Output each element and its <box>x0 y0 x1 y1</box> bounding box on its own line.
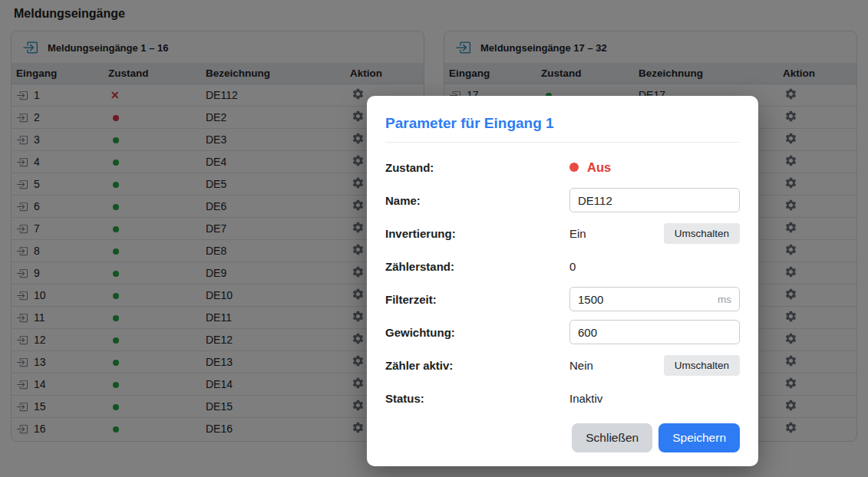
divider <box>385 142 740 143</box>
field-row-gewichtung: Gewichtung: <box>385 320 740 344</box>
modal-actions: Schließen Speichern <box>385 423 740 452</box>
name-input[interactable] <box>569 188 740 212</box>
field-label: Filterzeit: <box>385 293 569 306</box>
field-row-zustand: Zustand: Aus <box>385 155 740 179</box>
field-label: Invertierung: <box>385 227 569 240</box>
state-dot-icon <box>569 163 579 172</box>
filterzeit-input[interactable] <box>569 287 740 311</box>
field-row-zaehlerstand: Zählerstand: 0 <box>385 254 740 278</box>
field-label: Name: <box>385 194 569 207</box>
zaehlerstand-value: 0 <box>569 260 576 273</box>
field-label: Status: <box>385 392 569 405</box>
field-row-status: Status: Inaktiv <box>385 386 740 410</box>
zaehler-aktiv-value: Nein <box>569 359 593 372</box>
invertierung-value: Ein <box>569 227 586 240</box>
parameter-modal: Parameter für Eingang 1 Zustand: Aus Nam… <box>367 96 758 466</box>
zaehler-aktiv-toggle-button[interactable]: Umschalten <box>664 355 740 376</box>
field-row-filterzeit: Filterzeit: ms <box>385 287 740 311</box>
field-label: Zustand: <box>385 161 569 174</box>
field-label: Zähler aktiv: <box>385 359 569 372</box>
save-button[interactable]: Speichern <box>658 423 740 452</box>
field-row-name: Name: <box>385 188 740 212</box>
field-label: Zählerstand: <box>385 260 569 273</box>
field-row-invertierung: Invertierung: Ein Umschalten <box>385 221 740 245</box>
close-button[interactable]: Schließen <box>572 423 652 452</box>
field-label: Gewichtung: <box>385 326 569 339</box>
invertierung-toggle-button[interactable]: Umschalten <box>664 223 740 244</box>
field-row-zaehler-aktiv: Zähler aktiv: Nein Umschalten <box>385 353 740 377</box>
modal-title: Parameter für Eingang 1 <box>385 115 740 132</box>
state-value: Aus <box>587 160 611 175</box>
status-value: Inaktiv <box>569 392 602 405</box>
gewichtung-input[interactable] <box>569 320 740 344</box>
